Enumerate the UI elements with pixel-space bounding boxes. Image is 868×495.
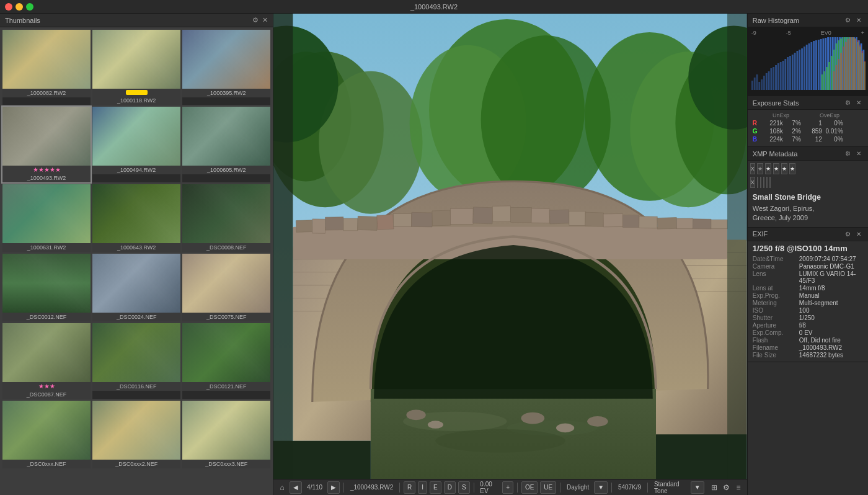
ue-btn[interactable]: UE — [540, 481, 556, 494]
prev-btn[interactable]: ◀ — [290, 481, 302, 494]
wb-dropdown-btn[interactable]: ▼ — [594, 481, 608, 494]
close-icon[interactable]: ✕ — [262, 16, 268, 24]
sep1 — [343, 483, 344, 493]
histogram-icons: ⚙ ✕ — [843, 16, 863, 25]
iso-info: 5407K/9 — [616, 484, 644, 491]
btn-i[interactable]: I — [418, 481, 427, 494]
svg-rect-63 — [754, 78, 756, 90]
histogram-settings-icon[interactable]: ⚙ — [843, 16, 852, 25]
exif-close-icon[interactable]: ✕ — [854, 230, 863, 238]
more-btn[interactable]: ≡ — [733, 481, 743, 494]
svg-rect-40 — [585, 212, 604, 226]
svg-rect-36 — [511, 207, 531, 222]
exposure-stats-icons: ⚙ ✕ — [843, 99, 863, 107]
svg-point-52 — [407, 410, 426, 421]
exif-field-label: Metering — [753, 300, 799, 306]
minimize-button[interactable] — [16, 3, 23, 11]
thumbnails-grid: _1000082.RW2_1000118.RW2_1000395.RW2★★★★… — [0, 27, 273, 495]
thumbnail-item[interactable]: _DSC0xxx3.NEF — [182, 401, 270, 468]
exif-section: EXIF ⚙ ✕ 1/250 f/8 @ISO100 14mm Date&Tim… — [748, 228, 868, 362]
svg-rect-64 — [756, 74, 758, 90]
exif-field-value: 1/250 — [799, 314, 863, 321]
ev-plus-btn[interactable]: + — [502, 481, 513, 494]
svg-rect-76 — [784, 59, 786, 90]
exif-field-label: Date&Time — [753, 256, 799, 262]
svg-rect-112 — [826, 67, 828, 90]
b-unexp-val: 224k — [761, 136, 783, 143]
svg-rect-31 — [412, 212, 433, 227]
exposure-close-icon[interactable]: ✕ — [854, 99, 863, 107]
thumbnail-item[interactable]: _1000631.RW2 — [2, 184, 91, 252]
thumbnail-item[interactable]: _DSC0121.NEF — [182, 323, 270, 399]
xmp-close-icon[interactable]: ✕ — [854, 149, 863, 158]
exif-field-value: Manual — [799, 292, 863, 299]
xmp-settings-icon[interactable]: ⚙ — [843, 149, 852, 158]
thumbnail-label: _DSC0075.NEF — [182, 313, 270, 321]
home-btn[interactable]: ⌂ — [277, 481, 287, 494]
svg-rect-133 — [843, 47, 844, 90]
thumbnail-item[interactable]: _1000494.RW2 — [92, 107, 180, 182]
exposure-settings-icon[interactable]: ⚙ — [843, 99, 852, 107]
thumbnails-panel: Thumbnails ⚙ ✕ _1000082.RW2_1000118.RW2_… — [0, 14, 273, 495]
btn-e[interactable]: E — [430, 481, 441, 494]
hist-label-ev0: EV0 — [821, 30, 831, 36]
xmp-cyan-btn[interactable] — [766, 177, 768, 188]
xmp-star-btn3[interactable]: ★ — [773, 163, 779, 174]
svg-rect-134 — [845, 42, 847, 90]
thumbnail-label: _1000082.RW2 — [2, 89, 91, 97]
thumbnail-label: _DSC0116.NEF — [92, 382, 180, 391]
svg-point-53 — [428, 421, 443, 429]
tone-dropdown-btn[interactable]: ▼ — [691, 481, 704, 494]
thumbnail-label: _1000494.RW2 — [92, 166, 180, 174]
r-unexp-val: 221k — [761, 120, 783, 127]
xmp-star-btn4[interactable]: ★ — [781, 163, 787, 174]
xmp-star-btn1[interactable]: ★ — [757, 163, 763, 174]
exif-field-value: Off, Did not fire — [799, 337, 863, 344]
svg-rect-70 — [770, 68, 772, 90]
thumbnail-item[interactable]: _1000605.RW2 — [182, 107, 270, 182]
thumbnail-item[interactable]: _DSC0xxx.NEF — [2, 401, 91, 468]
xmp-x-btn2[interactable]: X — [750, 177, 755, 188]
svg-rect-111 — [823, 71, 825, 90]
xmp-green-btn[interactable] — [763, 177, 764, 188]
xmp-location: West Zagori, Epirus,Greece, July 2009 — [748, 203, 868, 227]
xmp-star-btn2[interactable]: ★ — [765, 163, 771, 174]
histogram-section: Raw Histogram ⚙ ✕ -9 -5 EV0 + — [748, 14, 868, 96]
thumbnail-item[interactable]: _DSC0075.NEF — [182, 254, 270, 321]
btn-d[interactable]: D — [444, 481, 456, 494]
thumbnail-item[interactable]: ★★★_DSC0087.NEF — [2, 323, 91, 399]
thumbnail-item[interactable]: _DSC0xxx2.NEF — [92, 401, 180, 468]
zoom-btn[interactable]: ⊞ — [709, 481, 719, 494]
exif-field-value: 2009:07:24 07:54:27 — [799, 256, 863, 262]
xmp-yellow-btn[interactable] — [760, 177, 761, 188]
thumbnail-item[interactable]: _1000082.RW2 — [2, 30, 91, 105]
xmp-magenta-btn[interactable] — [769, 177, 771, 188]
thumbnail-item[interactable]: _1000118.RW2 — [92, 30, 180, 105]
svg-rect-44 — [657, 217, 677, 229]
next-btn[interactable]: ▶ — [327, 481, 340, 494]
r-ove-val: 1 — [804, 120, 822, 127]
tone-mode: Standard Tone — [652, 481, 688, 494]
settings-icon[interactable]: ⚙ — [252, 16, 259, 24]
xmp-x-btn1[interactable]: X — [750, 163, 755, 174]
btn-s[interactable]: S — [458, 481, 470, 494]
thumbnail-item[interactable]: _DSC0116.NEF — [92, 323, 180, 399]
xmp-star-btn5[interactable]: ★ — [789, 163, 795, 174]
oe-btn[interactable]: OE — [521, 481, 538, 494]
btn-r[interactable]: R — [404, 481, 415, 494]
thumbnail-item[interactable]: ★★★★★_1000493.RW2 — [2, 107, 91, 182]
traffic-lights — [5, 3, 33, 11]
thumbnail-item[interactable]: _DSC0008.NEF — [182, 184, 270, 252]
unexp-pct-header — [794, 112, 813, 118]
thumbnail-item[interactable]: _DSC0012.NEF — [2, 254, 91, 321]
close-button[interactable] — [5, 3, 12, 11]
thumbnail-label: _DSC0121.NEF — [182, 382, 270, 391]
thumbnail-item[interactable]: _1000395.RW2 — [182, 30, 270, 105]
xmp-red-btn[interactable] — [757, 177, 758, 188]
thumbnail-item[interactable]: _DSC0024.NEF — [92, 254, 180, 321]
histogram-close-icon[interactable]: ✕ — [854, 16, 863, 25]
thumbnail-item[interactable]: _1000643.RW2 — [92, 184, 180, 252]
settings-btn[interactable]: ⚙ — [721, 481, 731, 494]
maximize-button[interactable] — [26, 3, 33, 11]
exif-settings-icon[interactable]: ⚙ — [843, 230, 852, 238]
